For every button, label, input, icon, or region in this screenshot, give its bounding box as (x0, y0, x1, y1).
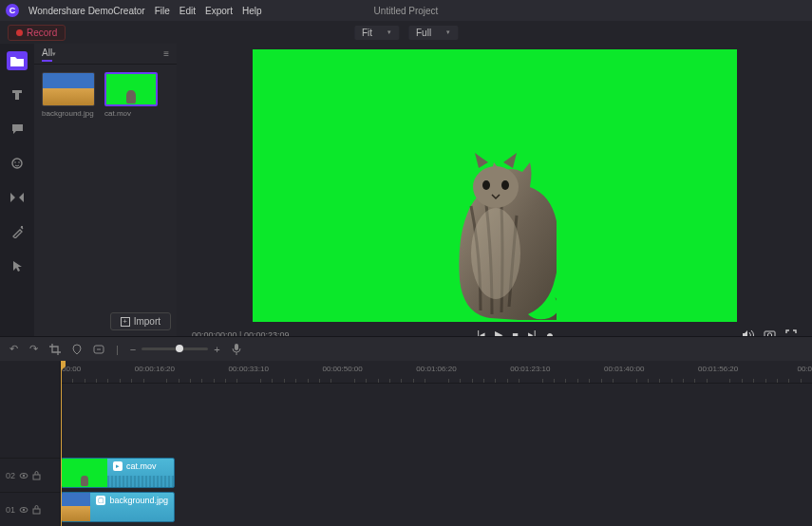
track-header-1[interactable]: 01 (0, 492, 60, 526)
timeline-toolbar: ↶ ↷ | − + (0, 336, 812, 361)
ruler-tick: 00:00:16:20 (135, 365, 175, 373)
svg-point-3 (473, 166, 519, 208)
project-title: Untitled Project (374, 6, 439, 16)
svg-rect-16 (33, 509, 40, 514)
menu-export[interactable]: Export (205, 6, 233, 16)
media-item-label: cat.mov (104, 109, 158, 118)
menu-help[interactable]: Help (242, 6, 262, 16)
clip-label: background.jpg (109, 496, 168, 505)
full-dropdown[interactable]: Full ▾ (408, 26, 458, 40)
time-ruler[interactable]: 00:00:00:0000:00:16:2000:00:33:1000:00:5… (61, 361, 812, 384)
lock-icon[interactable] (32, 471, 41, 480)
thumbnail-image (42, 72, 95, 106)
record-bar: Record Fit ▾ Full ▾ (0, 21, 812, 44)
video-icon: ▸ (113, 461, 123, 471)
zoom-out-icon[interactable]: − (130, 344, 136, 355)
plus-icon: + (121, 317, 130, 327)
media-panel: All ▾ ≡ background.jpg cat.mov + Import (34, 44, 177, 336)
crop-button[interactable] (49, 344, 61, 355)
sticker-tool[interactable] (7, 154, 28, 173)
app-logo: C (6, 4, 19, 17)
zoom-slider[interactable]: − + (130, 344, 220, 355)
chevron-down-icon: ▾ (446, 28, 450, 36)
lock-icon[interactable] (32, 505, 41, 515)
svg-rect-13 (33, 475, 40, 479)
track-headers: 02 01 (0, 361, 61, 526)
clip-cat[interactable]: ▸ cat.mov (61, 458, 175, 488)
ruler-tick: 00:01:56:20 (698, 365, 738, 373)
clip-label: cat.mov (126, 461, 157, 471)
clip-background[interactable]: ▢ background.jpg (61, 492, 175, 522)
clip-thumbnail (62, 459, 107, 487)
text-tool[interactable] (7, 85, 28, 104)
ruler-tick: 00:00:33:10 (229, 365, 269, 373)
transition-tool[interactable] (7, 188, 28, 207)
track-header-2[interactable]: 02 (0, 458, 60, 492)
media-item-label: background.jpg (42, 109, 95, 118)
timeline: 02 01 00:00:00:0000:00:16:2000:00:33:100… (0, 361, 812, 526)
app-name: Wondershare DemoCreator (28, 6, 145, 16)
svg-point-5 (501, 180, 509, 190)
svg-point-15 (23, 508, 25, 510)
speed-button[interactable] (93, 344, 104, 355)
tab-all[interactable]: All (42, 47, 52, 60)
thumbnail-image (104, 72, 158, 106)
preview-area: 00:00:00:00 | 00:00:23:09 |◂ ▶ ■ ▸| ● (177, 44, 812, 336)
ruler-tick: 00:02:13 (797, 365, 812, 373)
svg-point-6 (471, 208, 520, 299)
cursor-tool[interactable] (7, 256, 28, 275)
svg-point-2 (18, 161, 20, 163)
ruler-tick: 00:01:40:00 (604, 365, 644, 373)
cat-subject (433, 140, 557, 320)
record-label: Record (27, 28, 57, 38)
ruler-tick: 00:01:23:10 (510, 365, 550, 373)
svg-point-12 (23, 474, 25, 476)
image-icon: ▢ (96, 496, 105, 505)
fit-dropdown[interactable]: Fit ▾ (354, 26, 399, 40)
ruler-tick: 00:01:06:20 (416, 365, 456, 373)
media-library-tool[interactable] (7, 51, 28, 70)
preview-canvas[interactable] (253, 49, 737, 322)
view-options-icon[interactable]: ≡ (163, 48, 169, 59)
record-button[interactable]: Record (8, 25, 66, 41)
marker-button[interactable] (72, 344, 82, 355)
svg-point-4 (482, 180, 490, 190)
svg-rect-10 (235, 344, 238, 350)
timeline-canvas[interactable]: 00:00:00:0000:00:16:2000:00:33:1000:00:5… (61, 361, 812, 526)
menu-edit[interactable]: Edit (179, 6, 196, 16)
import-button[interactable]: + Import (110, 312, 171, 330)
undo-button[interactable]: ↶ (9, 343, 18, 355)
redo-button[interactable]: ↷ (29, 343, 38, 355)
effects-tool[interactable] (7, 222, 28, 241)
media-item-cat[interactable]: cat.mov (104, 72, 158, 118)
menubar: C Wondershare DemoCreator File Edit Expo… (0, 0, 812, 21)
svg-point-1 (14, 161, 16, 163)
media-item-background[interactable]: background.jpg (42, 72, 95, 118)
full-label: Full (416, 28, 431, 38)
import-label: Import (134, 316, 161, 327)
clip-thumbnail (62, 493, 90, 521)
ruler-tick: 00:00:50:00 (322, 365, 362, 373)
fit-label: Fit (362, 28, 372, 38)
mic-button[interactable] (232, 343, 241, 355)
track-number: 02 (6, 471, 15, 480)
playhead[interactable] (61, 361, 62, 526)
chevron-down-icon: ▾ (387, 28, 391, 36)
chevron-down-icon[interactable]: ▾ (52, 50, 56, 58)
eye-icon[interactable] (19, 505, 28, 515)
zoom-in-icon[interactable]: + (214, 344, 219, 355)
annotation-tool[interactable] (7, 120, 28, 139)
track-number: 01 (6, 505, 15, 515)
menu-file[interactable]: File (155, 6, 170, 16)
record-icon (16, 29, 23, 36)
zoom-track[interactable] (142, 348, 208, 350)
eye-icon[interactable] (19, 471, 28, 480)
tool-strip (0, 44, 34, 336)
main-area: All ▾ ≡ background.jpg cat.mov + Import (0, 44, 812, 336)
